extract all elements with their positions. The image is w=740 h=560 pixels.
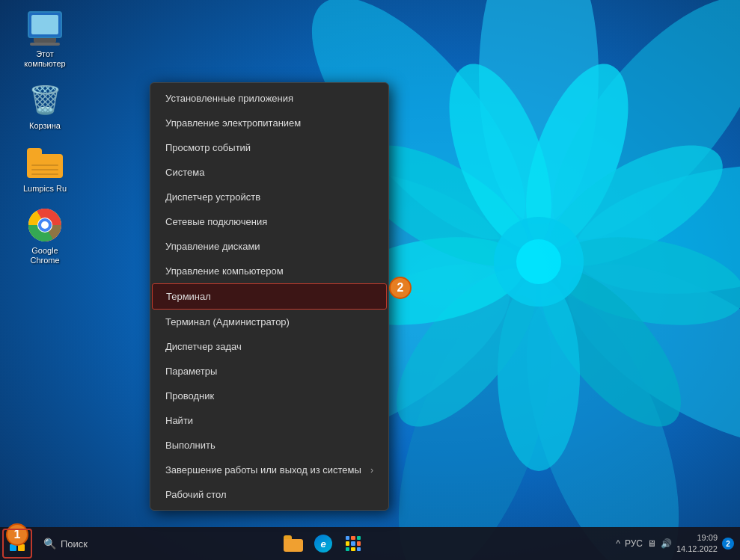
- menu-disk-management[interactable]: Управление дисками: [150, 234, 388, 259]
- tray-date-value: 14.12.2022: [676, 544, 718, 555]
- menu-shutdown[interactable]: Завершение работы или выход из системы ›: [150, 458, 388, 482]
- menu-terminal[interactable]: Терминал: [152, 283, 387, 310]
- desktop: Этот компьютер 🗑️ Корзина Lumpics Ru: [0, 0, 740, 560]
- this-computer-icon[interactable]: Этот компьютер: [15, 7, 75, 72]
- menu-event-viewer[interactable]: Просмотр событий: [150, 135, 388, 160]
- menu-terminal-admin[interactable]: Терминал (Администратор): [150, 310, 388, 334]
- search-icon: 🔍: [43, 538, 56, 550]
- recycle-bin-icon[interactable]: 🗑️ Корзина: [15, 79, 75, 134]
- taskbar-apps-icon[interactable]: [340, 530, 367, 557]
- menu-network-connections[interactable]: Сетевые подключения: [150, 209, 388, 234]
- menu-device-manager[interactable]: Диспетчер устройств: [150, 185, 388, 209]
- svg-point-20: [516, 239, 561, 284]
- svg-point-5: [495, 277, 710, 560]
- start-button[interactable]: 1: [4, 531, 30, 556]
- svg-point-3: [565, 144, 740, 314]
- search-label: Поиск: [61, 538, 88, 550]
- taskbar: 1 🔍 Поиск e: [0, 527, 740, 560]
- context-menu: Установленные приложения Управление элек…: [150, 82, 389, 511]
- google-chrome-label: Google Chrome: [18, 246, 72, 265]
- svg-point-14: [498, 277, 580, 471]
- svg-point-25: [41, 221, 49, 229]
- svg-point-19: [494, 217, 584, 307]
- tray-volume-icon[interactable]: 🔊: [661, 538, 672, 549]
- google-chrome-icon[interactable]: Google Chrome: [15, 204, 75, 268]
- svg-point-13: [517, 247, 705, 449]
- tray-time-value: 19:09: [676, 532, 718, 544]
- svg-point-2: [517, 0, 740, 271]
- menu-computer-management[interactable]: Управление компьютером: [150, 259, 388, 283]
- menu-run[interactable]: Выполнить: [150, 433, 388, 458]
- tray-clock[interactable]: 19:09 14.12.2022: [676, 532, 718, 556]
- search-button[interactable]: 🔍 Поиск: [34, 535, 97, 553]
- taskbar-center-icons: e: [97, 530, 550, 557]
- menu-power-management[interactable]: Управление электропитанием: [150, 111, 388, 135]
- shutdown-arrow-icon: ›: [370, 465, 373, 476]
- recycle-bin-label: Корзина: [29, 121, 61, 131]
- this-computer-label: Этот компьютер: [18, 49, 72, 69]
- svg-point-1: [479, 0, 599, 224]
- step-badge-2: 2: [389, 277, 412, 299]
- svg-point-6: [367, 277, 582, 560]
- menu-settings[interactable]: Параметры: [150, 359, 388, 384]
- menu-find[interactable]: Найти: [150, 408, 388, 433]
- apps-grid-icon: [346, 536, 361, 551]
- edge-browser-icon: e: [314, 535, 332, 553]
- svg-point-11: [531, 121, 740, 289]
- svg-point-4: [541, 229, 740, 482]
- svg-point-10: [505, 51, 649, 262]
- taskbar-file-explorer-icon[interactable]: [280, 530, 307, 557]
- menu-explorer[interactable]: Проводник: [150, 384, 388, 408]
- step-badge-1: 1: [6, 523, 28, 546]
- tray-language[interactable]: РУС: [625, 538, 643, 549]
- folder-label: Lumpics Ru: [23, 184, 67, 194]
- tray-network-icon[interactable]: 🖥: [647, 538, 656, 549]
- svg-point-12: [546, 224, 740, 338]
- menu-task-manager[interactable]: Диспетчер задач: [150, 334, 388, 359]
- tray-chevron-icon[interactable]: ^: [616, 538, 620, 549]
- menu-desktop[interactable]: Рабочий стол: [150, 482, 388, 507]
- taskbar-edge-icon[interactable]: e: [310, 530, 337, 557]
- folder-icon[interactable]: Lumpics Ru: [15, 142, 75, 197]
- svg-point-18: [429, 51, 572, 262]
- desktop-icons: Этот компьютер 🗑️ Корзина Lumpics Ru: [15, 7, 75, 268]
- menu-system[interactable]: Система: [150, 160, 388, 185]
- system-tray: ^ РУС 🖥 🔊 19:09 14.12.2022 2: [610, 532, 740, 556]
- menu-installed-apps[interactable]: Установленные приложения: [150, 86, 388, 111]
- start-button-wrapper: 1: [4, 531, 30, 556]
- tray-notification-badge[interactable]: 2: [722, 538, 734, 550]
